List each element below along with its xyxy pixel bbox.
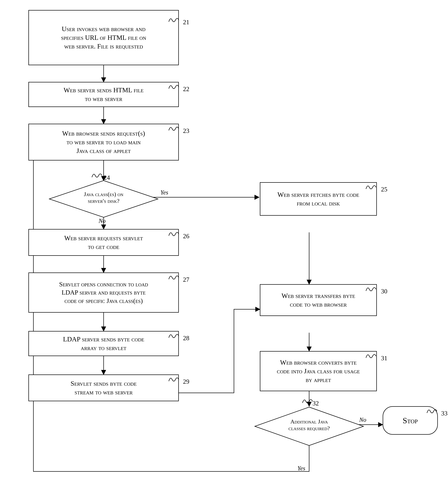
num-27: 27: [183, 276, 189, 283]
box-29: Servlet sends byte code stream to web se…: [28, 375, 179, 401]
wavy-21: [167, 15, 184, 25]
num-23: 23: [183, 127, 189, 134]
flowchart: User invokes web browser and specifies U…: [0, 0, 448, 491]
diamond-32: Additional Java classes required?: [254, 406, 364, 446]
wavy-28: [167, 331, 184, 341]
wavy-23: [167, 124, 184, 134]
svg-text:classes required?: classes required?: [289, 425, 330, 431]
wavy-32: [301, 396, 317, 406]
box-28: LDAP server sends byte code array to ser…: [28, 331, 179, 356]
svg-text:Java class(es) on: Java class(es) on: [84, 191, 123, 198]
box-30: Web server transfers byte code to web br…: [260, 284, 377, 316]
svg-text:server's disk?: server's disk?: [88, 198, 119, 204]
box-26: Web server requests servlet to get code: [28, 229, 179, 256]
label-yes-32: Yes: [298, 465, 305, 472]
num-25: 25: [381, 186, 387, 193]
num-31: 31: [381, 354, 387, 362]
box-22: Web server sends HTML file to web server: [28, 82, 179, 107]
num-29: 29: [183, 378, 189, 385]
diamond-24: Java class(es) on server's disk?: [48, 180, 159, 218]
num-21: 21: [183, 19, 189, 26]
num-30: 30: [381, 288, 387, 295]
wavy-26: [167, 229, 184, 239]
num-22: 22: [183, 85, 189, 93]
box-23: Web browser sends request(s) to web serv…: [28, 124, 179, 161]
wavy-25: [364, 182, 381, 192]
wavy-29: [167, 375, 184, 385]
box-21: User invokes web browser and specifies U…: [28, 10, 179, 65]
box-31: Web browser converts byte code into Java…: [260, 351, 377, 391]
wavy-33: [425, 406, 442, 416]
label-yes-24: Yes: [160, 189, 168, 196]
box-25: Web server fetches byte code from local …: [260, 182, 377, 216]
num-28: 28: [183, 334, 189, 342]
wavy-22: [167, 82, 184, 92]
wavy-24: [90, 170, 107, 180]
num-26: 26: [183, 232, 189, 240]
box-27: Servlet opens connection to load LDAP se…: [28, 273, 179, 313]
svg-text:Additional Java: Additional Java: [290, 418, 328, 425]
wavy-31: [364, 351, 381, 361]
label-no-24: No: [99, 217, 106, 224]
wavy-27: [167, 273, 184, 283]
label-no-32: No: [359, 416, 366, 423]
wavy-30: [364, 284, 381, 294]
num-33: 33: [441, 410, 448, 417]
